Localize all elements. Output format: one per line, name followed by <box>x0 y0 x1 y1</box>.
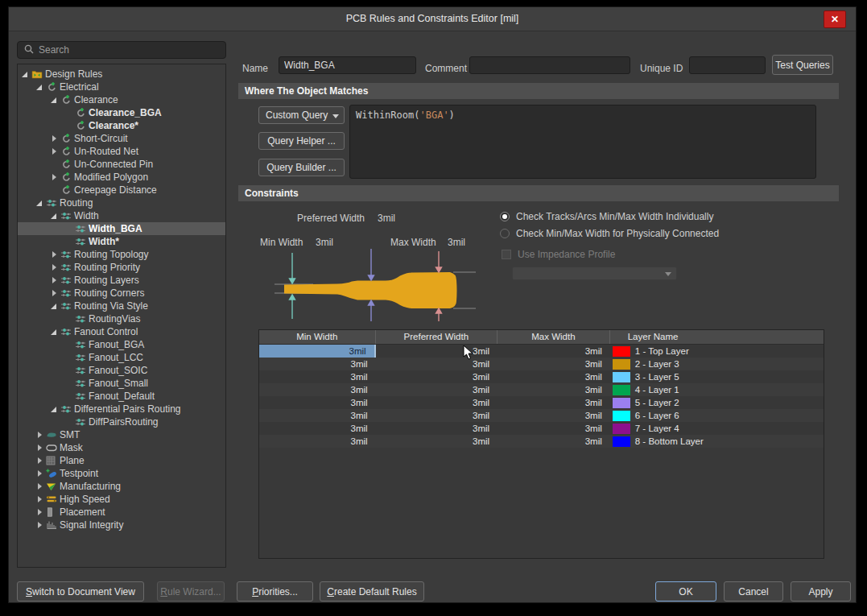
tree-item-routing-layers[interactable]: Routing Layers <box>18 274 225 287</box>
table-row[interactable]: 3mil3mil3mil3 - Layer 5 <box>259 370 824 383</box>
max-width-cell[interactable]: 3mil <box>497 422 610 435</box>
preferred-width-value[interactable]: 3mil <box>378 213 395 224</box>
preferred-width-cell[interactable]: 3mil <box>376 435 498 448</box>
expander-icon[interactable] <box>50 211 60 221</box>
tree-item-high-speed[interactable]: High Speed <box>18 493 225 506</box>
expander-icon[interactable] <box>50 301 60 311</box>
min-width-cell[interactable]: 3mil <box>259 383 376 396</box>
expander-icon[interactable] <box>35 430 46 440</box>
switch-to-document-view-button[interactable]: Switch to Document View <box>17 581 144 602</box>
tree-item-fanout-soic[interactable]: Fanout_SOIC <box>18 364 225 377</box>
table-row[interactable]: 3mil3mil3mil6 - Layer 6 <box>259 409 824 422</box>
max-width-cell[interactable]: 3mil <box>497 396 610 409</box>
expander-icon[interactable] <box>35 456 46 465</box>
rules-tree[interactable]: Design RulesElectricalClearanceClearance… <box>17 64 226 568</box>
layer-name-cell[interactable]: 3 - Layer 5 <box>610 370 824 383</box>
tree-item-routingvias[interactable]: RoutingVias <box>18 312 225 325</box>
expander-icon[interactable] <box>50 404 60 414</box>
max-width-cell[interactable]: 3mil <box>497 409 610 422</box>
tree-item-un-routed-net[interactable]: Un-Routed Net <box>18 145 225 158</box>
column-header-layer-name[interactable]: Layer Name <box>610 330 824 344</box>
preferred-width-cell[interactable]: 3mil <box>376 345 498 358</box>
table-row[interactable]: 3mil3mil3mil8 - Bottom Layer <box>259 435 824 448</box>
expander-icon[interactable] <box>50 95 60 105</box>
test-queries-button[interactable]: Test Queries <box>772 55 833 75</box>
close-button[interactable]: ✕ <box>824 10 846 28</box>
layer-name-cell[interactable]: 4 - Layer 1 <box>610 383 824 396</box>
check-connected-radio[interactable]: Check Min/Max Width for Physically Conne… <box>500 228 719 239</box>
tree-item-routing-priority[interactable]: Routing Priority <box>18 261 225 274</box>
expander-icon[interactable] <box>35 482 46 491</box>
tree-item-fanout-control[interactable]: Fanout Control <box>18 325 225 338</box>
expander-icon[interactable] <box>50 327 60 337</box>
create-default-rules-button[interactable]: Create Default Rules <box>320 581 424 602</box>
tree-item-routing-via-style[interactable]: Routing Via Style <box>18 300 225 312</box>
table-row[interactable]: 3mil3mil3mil4 - Layer 1 <box>259 383 824 396</box>
query-editor[interactable]: WithinRoom('BGA') <box>349 105 816 179</box>
tree-item-differential-pairs-routing[interactable]: Differential Pairs Routing <box>18 403 225 415</box>
max-width-cell[interactable]: 3mil <box>497 358 610 370</box>
tree-item-smt[interactable]: SMT <box>18 428 225 441</box>
expander-icon[interactable] <box>50 250 60 259</box>
query-helper-button[interactable]: Query Helper ... <box>258 132 345 150</box>
ok-button[interactable]: OK <box>655 581 716 602</box>
impedance-profile-dropdown[interactable] <box>512 267 677 280</box>
tree-item-width[interactable]: Width* <box>18 235 225 248</box>
tree-item-clearance-bga[interactable]: Clearance_BGA <box>18 106 225 119</box>
expander-icon[interactable] <box>50 288 60 298</box>
tree-item-mask[interactable]: Mask <box>18 441 225 454</box>
preferred-width-cell[interactable]: 3mil <box>376 370 498 383</box>
tree-item-fanout-lcc[interactable]: Fanout_LCC <box>18 351 225 364</box>
min-width-cell[interactable]: 3mil <box>259 358 376 370</box>
preferred-width-cell[interactable]: 3mil <box>376 358 498 370</box>
priorities-button[interactable]: Priorities... <box>237 581 313 602</box>
comment-field[interactable] <box>469 56 630 74</box>
column-header-preferred-width[interactable]: Preferred Width <box>376 330 498 344</box>
tree-item-width-bga[interactable]: Width_BGA <box>18 222 225 235</box>
expander-icon[interactable] <box>35 469 46 478</box>
table-row[interactable]: 3mil3mil3mil5 - Layer 2 <box>259 396 824 409</box>
expander-icon[interactable] <box>35 507 46 517</box>
tree-item-diffpairsrouting[interactable]: DiffPairsRouting <box>18 415 225 428</box>
expander-icon[interactable] <box>50 275 60 285</box>
max-width-cell[interactable]: 3mil <box>497 383 610 396</box>
min-width-cell[interactable]: 3mil <box>259 435 376 448</box>
layer-name-cell[interactable]: 8 - Bottom Layer <box>610 435 824 448</box>
tree-item-fanout-default[interactable]: Fanout_Default <box>18 390 225 403</box>
tree-item-electrical[interactable]: Electrical <box>18 81 225 93</box>
min-width-cell[interactable]: 3mil <box>259 370 376 383</box>
expander-icon[interactable] <box>35 520 46 530</box>
use-impedance-checkbox[interactable]: Use Impedance Profile <box>502 249 615 260</box>
tree-item-routing-corners[interactable]: Routing Corners <box>18 287 225 300</box>
layer-name-cell[interactable]: 7 - Layer 4 <box>610 422 824 435</box>
query-scope-dropdown[interactable]: Custom Query <box>258 106 345 124</box>
expander-icon[interactable] <box>35 198 46 208</box>
layer-name-cell[interactable]: 5 - Layer 2 <box>610 396 824 409</box>
tree-item-design-rules[interactable]: Design Rules <box>18 68 225 81</box>
search-input[interactable]: Search <box>17 41 226 59</box>
preferred-width-cell[interactable]: 3mil <box>376 396 498 409</box>
layer-name-cell[interactable]: 6 - Layer 6 <box>610 409 824 422</box>
tree-item-testpoint[interactable]: Testpoint <box>18 467 225 480</box>
min-width-cell[interactable]: 3mil <box>259 422 376 435</box>
max-width-cell[interactable]: 3mil <box>497 370 610 383</box>
layer-name-cell[interactable]: 2 - Layer 3 <box>610 358 824 370</box>
min-width-cell[interactable]: 3mil <box>259 396 376 409</box>
rule-wizard-button[interactable]: Rule Wizard... <box>157 581 225 602</box>
tree-item-signal-integrity[interactable]: Signal Integrity <box>18 519 225 531</box>
min-width-cell[interactable]: 3mil <box>259 409 376 422</box>
min-width-cell[interactable]: 3mil <box>259 345 376 358</box>
column-header-min-width[interactable]: Min Width <box>259 330 376 344</box>
expander-icon[interactable] <box>50 263 60 272</box>
column-header-max-width[interactable]: Max Width <box>497 330 610 344</box>
expander-icon[interactable] <box>35 494 46 504</box>
max-width-cell[interactable]: 3mil <box>497 345 610 358</box>
expander-icon[interactable] <box>50 134 60 143</box>
tree-item-plane[interactable]: Plane <box>18 454 225 467</box>
tree-item-manufacturing[interactable]: Manufacturing <box>18 480 225 493</box>
table-row[interactable]: 3mil3mil3mil2 - Layer 3 <box>259 358 824 370</box>
unique-id-field[interactable] <box>689 56 766 74</box>
tree-item-creepage-distance[interactable]: Creepage Distance <box>18 184 225 196</box>
expander-icon[interactable] <box>50 147 60 156</box>
tree-item-routing[interactable]: Routing <box>18 196 225 209</box>
